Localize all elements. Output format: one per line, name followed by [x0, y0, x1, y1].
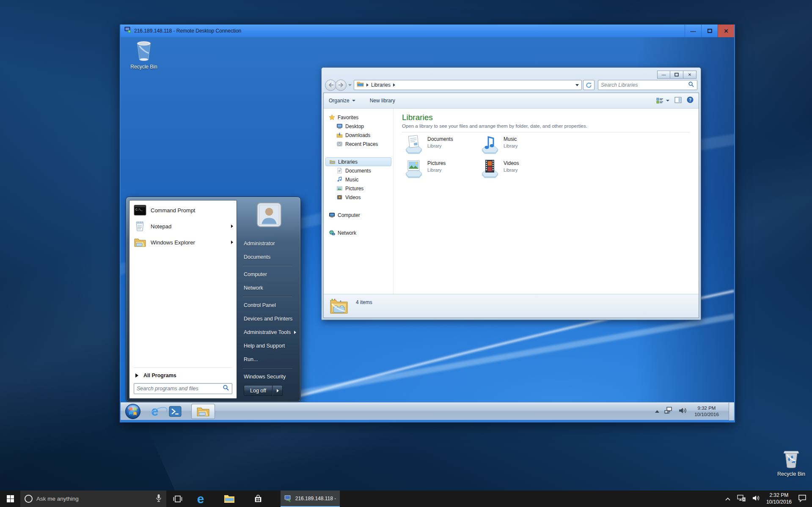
documents-library-icon	[404, 134, 424, 154]
new-library-button[interactable]: New library	[370, 98, 395, 104]
menu-item-administrator[interactable]: Administrator	[240, 237, 297, 250]
search-icon[interactable]	[688, 81, 694, 89]
organize-button[interactable]: Organize	[329, 98, 355, 104]
history-dropdown-icon[interactable]	[348, 84, 352, 86]
video-icon	[336, 194, 343, 200]
address-dropdown-icon[interactable]	[575, 84, 579, 86]
microphone-icon[interactable]	[155, 494, 162, 504]
breadcrumb-arrow-icon[interactable]	[393, 83, 395, 87]
host-desktop: Recycle Bin 216.189.148.118 - Remote Des…	[0, 0, 812, 507]
nav-pictures[interactable]: Pictures	[324, 184, 393, 193]
explorer-close-button[interactable]: ✕	[683, 71, 696, 79]
menu-item-computer[interactable]: Computer	[240, 268, 297, 281]
explorer-minimize-button[interactable]: —	[657, 71, 670, 79]
start-menu-places-panel: Administrator Documents Computer Network…	[237, 200, 297, 399]
preview-pane-button[interactable]	[674, 97, 682, 105]
show-hidden-icons-button[interactable]	[725, 495, 731, 503]
rdp-maximize-button[interactable]	[701, 25, 718, 37]
windows-logo-icon	[7, 495, 14, 502]
breadcrumb-libraries[interactable]: Libraries	[371, 82, 391, 88]
cortana-search-input[interactable]	[36, 496, 151, 502]
nav-computer[interactable]: Computer	[324, 211, 393, 219]
taskbar-internet-explorer[interactable]: e	[151, 405, 158, 418]
explorer-details-pane: 4 items	[324, 294, 699, 318]
win7-desktop: Recycle Bin — ✕	[121, 37, 734, 402]
library-tile-documents[interactable]: DocumentsLibrary	[404, 134, 476, 154]
nav-videos[interactable]: Videos	[324, 193, 393, 202]
submenu-arrow-icon	[294, 331, 296, 334]
rdp-titlebar[interactable]: 216.189.148.118 - Remote Desktop Connect…	[121, 25, 734, 37]
network-icon	[329, 230, 335, 236]
back-button[interactable]	[325, 79, 336, 91]
log-off-button[interactable]: Log off	[244, 385, 273, 396]
menu-item-command-prompt[interactable]: C:\_ Command Prompt	[129, 202, 237, 218]
win10-start-button[interactable]	[0, 491, 20, 507]
log-off-options-button[interactable]	[273, 385, 283, 396]
win7-clock[interactable]: 9:32 PM 10/10/2016	[692, 405, 721, 418]
nav-documents[interactable]: Documents	[324, 166, 393, 175]
menu-item-devices-and-printers[interactable]: Devices and Printers	[240, 312, 297, 326]
library-tile-videos[interactable]: VideosLibrary	[480, 158, 552, 178]
recycle-bin-icon	[782, 463, 801, 470]
cortana-icon[interactable]	[25, 495, 33, 503]
forward-button[interactable]	[335, 79, 347, 91]
explorer-window: — ✕	[321, 67, 701, 320]
user-avatar[interactable]	[257, 203, 281, 227]
rdp-minimize-button[interactable]: —	[685, 25, 701, 37]
win7-taskbar: e 9:32 PM 10/10/2016	[121, 402, 734, 420]
menu-item-control-panel[interactable]: Control Panel	[240, 299, 297, 312]
menu-item-network[interactable]: Network	[240, 281, 297, 295]
refresh-button[interactable]	[583, 80, 595, 90]
win10-taskbar: e 216.189.148.118 - R... 2:32 PM 10/10/2…	[0, 491, 812, 507]
volume-tray-icon[interactable]	[678, 406, 687, 417]
nav-downloads[interactable]: Downloads	[324, 131, 393, 140]
libraries-icon	[329, 159, 336, 165]
taskbar-rdp-session[interactable]: 216.189.148.118 - R...	[281, 491, 340, 507]
nav-favorites[interactable]: Favorites	[324, 113, 393, 122]
volume-tray-icon[interactable]	[752, 494, 760, 504]
host-recycle-bin[interactable]: Recycle Bin	[773, 448, 810, 477]
nav-network[interactable]: Network	[324, 228, 393, 237]
nav-libraries[interactable]: Libraries	[325, 157, 391, 166]
menu-item-help-and-support[interactable]: Help and Support	[240, 339, 297, 353]
menu-item-documents[interactable]: Documents	[240, 250, 297, 264]
search-icon[interactable]	[223, 384, 229, 393]
task-view-button[interactable]	[166, 491, 189, 507]
menu-item-windows-explorer[interactable]: Windows Explorer	[129, 234, 237, 250]
show-hidden-icons-button[interactable]	[655, 410, 659, 413]
all-programs-button[interactable]: All Programs	[129, 369, 237, 382]
taskbar-store[interactable]	[247, 491, 270, 507]
taskbar-powershell[interactable]	[168, 405, 182, 418]
win7-start-button[interactable]	[125, 403, 141, 419]
menu-item-administrative-tools[interactable]: Administrative Tools	[240, 326, 297, 339]
breadcrumb-arrow-icon[interactable]	[366, 83, 369, 87]
network-tray-icon[interactable]	[737, 494, 746, 504]
library-tile-pictures[interactable]: PicturesLibrary	[404, 158, 476, 178]
help-button[interactable]: ?	[687, 96, 694, 105]
task-view-icon	[173, 494, 183, 504]
network-tray-icon[interactable]	[664, 406, 673, 417]
nav-recent-places[interactable]: Recent Places	[324, 140, 393, 148]
menu-item-run[interactable]: Run...	[240, 353, 297, 366]
start-search-input[interactable]	[137, 386, 223, 392]
views-button[interactable]	[656, 98, 669, 104]
rdp-close-button[interactable]: ✕	[718, 25, 734, 37]
menu-item-windows-security[interactable]: Windows Security	[240, 370, 297, 384]
explorer-content: Libraries Open a library to see your fil…	[394, 109, 699, 294]
taskbar-windows-explorer-active[interactable]	[191, 404, 215, 419]
nav-music[interactable]: Music	[324, 175, 393, 184]
nav-desktop[interactable]: Desktop	[324, 122, 393, 131]
win10-clock[interactable]: 2:32 PM 10/10/2016	[766, 492, 792, 505]
address-field[interactable]: Libraries	[354, 80, 582, 90]
action-center-icon[interactable]	[798, 494, 807, 504]
rdp-recycle-bin[interactable]: Recycle Bin	[127, 40, 161, 70]
show-desktop-button[interactable]	[729, 403, 734, 420]
explorer-search-input[interactable]	[601, 82, 688, 88]
explorer-maximize-button[interactable]	[670, 71, 683, 79]
library-tile-music[interactable]: MusicLibrary	[480, 134, 552, 154]
explorer-search-box	[598, 80, 697, 90]
taskbar-edge[interactable]: e	[189, 491, 212, 507]
taskbar-file-explorer[interactable]	[218, 491, 241, 507]
menu-item-notepad[interactable]: Notepad	[129, 218, 237, 234]
all-programs-arrow-icon	[135, 373, 138, 378]
